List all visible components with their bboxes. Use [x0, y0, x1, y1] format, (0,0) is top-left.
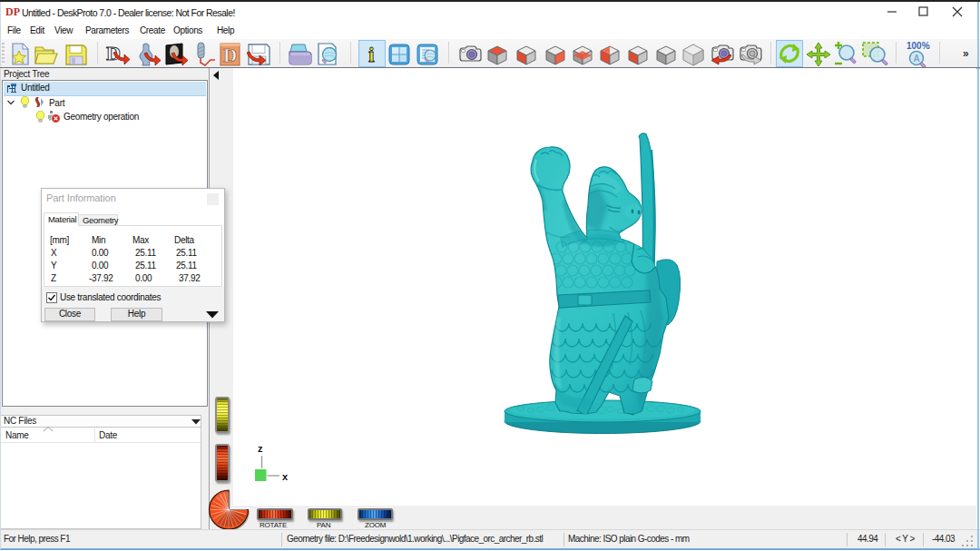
svg-text:A: A	[914, 54, 920, 64]
svg-text:D: D	[223, 44, 237, 66]
svg-text:DP: DP	[5, 5, 20, 18]
svg-text:100%: 100%	[906, 41, 930, 51]
svg-text:x: x	[282, 471, 289, 482]
svg-text:z: z	[258, 443, 263, 454]
svg-text:i: i	[368, 43, 375, 66]
svg-text:»: »	[963, 47, 969, 60]
